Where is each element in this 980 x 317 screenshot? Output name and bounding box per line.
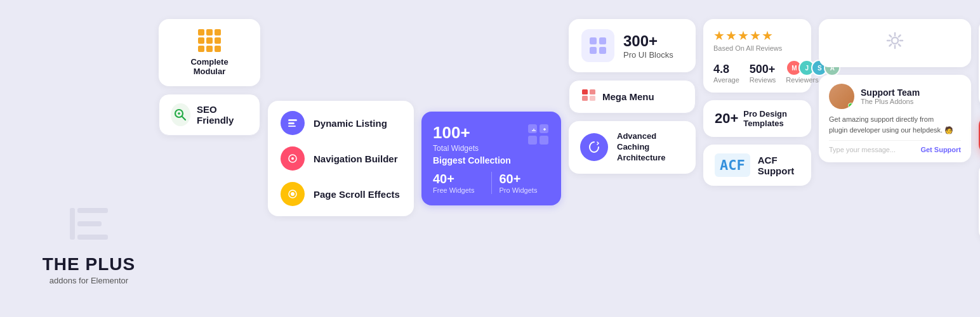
support-placeholder-text: Type your message... <box>829 146 896 153</box>
pro-widgets-stat: 60+ Pro Widgets <box>492 172 550 194</box>
mega-menu-icon <box>582 89 596 104</box>
svg-rect-26 <box>590 96 595 101</box>
column-2: Dynamic Listing Navigation Builder <box>268 13 414 304</box>
dynamic-listing-icon <box>281 111 305 135</box>
svg-point-14 <box>291 192 295 196</box>
free-widgets-stat: 40+ Free Widgets <box>433 172 492 194</box>
advanced-caching-card: Advanced CachingArchitecture <box>569 121 696 174</box>
pro-widgets-label: Pro Widgets <box>500 186 550 194</box>
feature-dynamic-listing: Dynamic Listing <box>281 111 401 135</box>
svg-rect-2 <box>77 221 102 226</box>
brand-logo-icon <box>63 198 114 249</box>
svg-rect-18 <box>540 136 548 145</box>
brand-subtitle: addons for Elementor <box>50 276 128 285</box>
support-name: Support Team <box>861 87 920 98</box>
seo-friendly-label: SEO Friendly <box>197 104 248 126</box>
svg-rect-24 <box>590 89 595 94</box>
seo-icon <box>171 103 190 126</box>
mega-menu-label: Mega Menu <box>602 91 654 102</box>
svg-rect-25 <box>582 96 588 101</box>
svg-rect-20 <box>599 37 606 44</box>
svg-point-12 <box>291 157 294 160</box>
get-support-link[interactable]: Get Support <box>920 146 961 153</box>
svg-rect-0 <box>70 208 75 240</box>
support-input-row: Type your message... Get Support <box>829 140 961 153</box>
widgets-icon <box>527 123 550 150</box>
column-5: ★★★★★ Based On All Reviews 4.8 Average 5… <box>703 13 811 304</box>
svg-rect-23 <box>582 89 588 94</box>
support-card: Support Team The Plus Addons Get amazing… <box>819 75 971 162</box>
column-6: Support Team The Plus Addons Get amazing… <box>819 13 971 304</box>
mega-menu-card: Mega Menu <box>569 80 696 113</box>
page-scroll-label: Page Scroll Effects <box>314 189 400 200</box>
pro-design-count: 20+ <box>715 110 738 127</box>
pro-widgets-count: 60+ <box>500 172 550 186</box>
svg-rect-3 <box>77 235 108 240</box>
pro-blocks-icon <box>581 29 614 62</box>
main-content: CompleteModular SEO Friendly <box>159 13 980 304</box>
stars: ★★★★★ <box>713 28 801 43</box>
svg-rect-9 <box>288 122 295 124</box>
grid-icon <box>198 29 221 52</box>
acf-support-card: ACF ACF Support <box>703 145 811 186</box>
seo-friendly-card: SEO Friendly <box>159 94 260 136</box>
page-wrapper: THE PLUS addons for Elementor Comple <box>0 0 980 317</box>
column-3: 100+ Total Widgets Biggest Collection <box>421 13 561 304</box>
svg-rect-8 <box>288 119 297 121</box>
support-brand: The Plus Addons <box>861 98 920 105</box>
pro-blocks-label: Pro UI Blocks <box>623 50 673 60</box>
svg-rect-21 <box>590 47 597 54</box>
complete-modular-card: CompleteModular <box>159 19 260 86</box>
support-info: Support Team The Plus Addons <box>861 87 920 105</box>
acf-icon: ACF <box>715 153 750 177</box>
feature-page-scroll: Page Scroll Effects <box>281 182 401 206</box>
column-1: CompleteModular SEO Friendly <box>159 13 260 304</box>
svg-rect-16 <box>540 124 548 133</box>
pro-blocks-count: 300+ <box>623 32 673 50</box>
reviews-card: ★★★★★ Based On All Reviews 4.8 Average 5… <box>703 19 811 93</box>
reviews-subtitle: Based On All Reviews <box>713 44 801 52</box>
advanced-caching-icon <box>580 133 608 161</box>
brand-title: THE PLUS <box>43 256 135 273</box>
complete-modular-label: CompleteModular <box>190 57 228 76</box>
svg-rect-22 <box>599 47 606 54</box>
feature-navigation-builder: Navigation Builder <box>281 146 401 171</box>
gear-card <box>819 19 971 67</box>
dynamic-listing-label: Dynamic Listing <box>314 118 387 129</box>
reviews-count-stat: 500+ Reviews <box>750 63 776 84</box>
widgets-tagline: Biggest Collection <box>433 155 511 165</box>
widgets-header: 100+ Total Widgets Biggest Collection <box>433 123 550 165</box>
reviews-stats: 4.8 Average 500+ Reviews M J S A <box>713 58 801 84</box>
support-header: Support Team The Plus Addons <box>829 84 961 109</box>
average-label: Average <box>713 76 739 84</box>
advanced-caching-text: Advanced CachingArchitecture <box>617 131 684 164</box>
support-message: Get amazing support directly fromplugin … <box>829 114 961 135</box>
free-widgets-label: Free Widgets <box>433 186 484 194</box>
svg-line-5 <box>182 117 186 120</box>
widgets-card: 100+ Total Widgets Biggest Collection <box>421 112 561 205</box>
navigation-builder-label: Navigation Builder <box>314 153 398 164</box>
support-avatar <box>829 84 854 109</box>
pro-blocks-card: 300+ Pro UI Blocks <box>569 19 696 72</box>
features-card: Dynamic Listing Navigation Builder <box>268 101 414 216</box>
page-scroll-icon <box>281 182 305 206</box>
pro-design-label: Pro Design Templates <box>743 109 800 128</box>
widgets-sublabel: Total Widgets <box>433 144 511 153</box>
svg-rect-10 <box>288 126 296 127</box>
online-indicator <box>848 103 854 108</box>
svg-rect-1 <box>77 208 108 213</box>
brand-area: THE PLUS addons for Elementor <box>19 13 159 304</box>
advanced-caching-title: Advanced CachingArchitecture <box>617 131 684 164</box>
navigation-builder-icon <box>281 146 305 171</box>
average-value: 4.8 <box>713 63 739 76</box>
reviews-count-value: 500+ <box>750 63 776 76</box>
svg-point-27 <box>892 37 898 44</box>
reviews-count-label: Reviews <box>750 76 776 84</box>
average-stat: 4.8 Average <box>713 63 739 84</box>
svg-rect-15 <box>528 124 537 133</box>
acf-label: ACF Support <box>758 155 800 176</box>
widgets-split: 40+ Free Widgets 60+ Pro Widgets <box>433 172 550 194</box>
svg-rect-17 <box>528 136 537 145</box>
free-widgets-count: 40+ <box>433 172 484 186</box>
gear-icon <box>882 28 908 58</box>
